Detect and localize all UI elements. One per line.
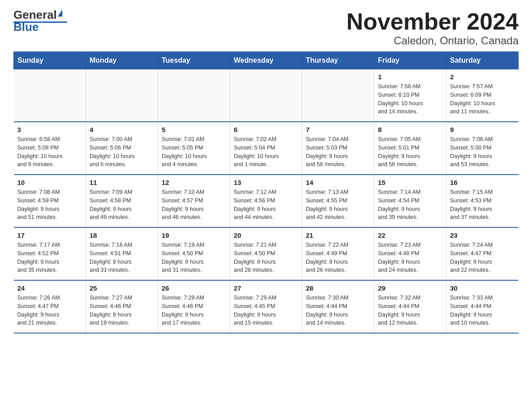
day-info: Sunrise: 7:56 AM Sunset: 6:10 PM Dayligh…: [378, 82, 442, 116]
day-cell: 28Sunrise: 7:30 AM Sunset: 4:44 PM Dayli…: [302, 280, 374, 333]
day-cell: 27Sunrise: 7:29 AM Sunset: 4:45 PM Dayli…: [230, 280, 302, 333]
week-row-2: 3Sunrise: 6:58 AM Sunset: 5:08 PM Daylig…: [14, 122, 519, 175]
day-number: 12: [162, 179, 226, 186]
day-info: Sunrise: 7:22 AM Sunset: 4:49 PM Dayligh…: [306, 241, 370, 274]
day-info: Sunrise: 7:24 AM Sunset: 4:47 PM Dayligh…: [450, 241, 515, 274]
day-number: 29: [378, 284, 442, 292]
day-cell: 13Sunrise: 7:12 AM Sunset: 4:56 PM Dayli…: [230, 175, 302, 227]
day-number: 22: [378, 231, 442, 239]
day-cell: 29Sunrise: 7:32 AM Sunset: 4:44 PM Dayli…: [374, 280, 446, 333]
day-number: 24: [17, 284, 82, 292]
day-cell: 18Sunrise: 7:18 AM Sunset: 4:51 PM Dayli…: [86, 227, 158, 280]
day-cell: 4Sunrise: 7:00 AM Sunset: 5:06 PM Daylig…: [86, 122, 158, 175]
day-number: 5: [162, 126, 226, 133]
day-number: 4: [90, 126, 154, 133]
day-number: 13: [234, 179, 298, 186]
day-number: 6: [234, 126, 298, 133]
day-number: 2: [450, 73, 515, 81]
day-info: Sunrise: 7:19 AM Sunset: 4:50 PM Dayligh…: [162, 241, 226, 274]
day-cell: 10Sunrise: 7:08 AM Sunset: 4:59 PM Dayli…: [14, 175, 86, 227]
day-cell: 5Sunrise: 7:01 AM Sunset: 5:05 PM Daylig…: [158, 122, 230, 175]
day-cell: 14Sunrise: 7:13 AM Sunset: 4:55 PM Dayli…: [302, 175, 374, 227]
day-info: Sunrise: 7:23 AM Sunset: 4:48 PM Dayligh…: [378, 241, 442, 274]
header: General Blue November 2024 Caledon, Onta…: [13, 9, 519, 47]
day-info: Sunrise: 7:28 AM Sunset: 4:46 PM Dayligh…: [162, 294, 226, 327]
day-number: 27: [234, 284, 298, 292]
day-number: 14: [306, 179, 370, 186]
day-info: Sunrise: 7:57 AM Sunset: 6:09 PM Dayligh…: [450, 82, 515, 116]
header-cell-friday: Friday: [374, 52, 446, 69]
day-number: 17: [17, 231, 82, 239]
day-cell: 30Sunrise: 7:33 AM Sunset: 4:44 PM Dayli…: [446, 280, 519, 333]
day-number: 30: [450, 284, 515, 292]
title-block: November 2024 Caledon, Ontario, Canada: [347, 9, 519, 47]
day-info: Sunrise: 7:32 AM Sunset: 4:44 PM Dayligh…: [378, 294, 442, 327]
day-cell: 12Sunrise: 7:10 AM Sunset: 4:57 PM Dayli…: [158, 175, 230, 227]
day-cell: 11Sunrise: 7:09 AM Sunset: 4:58 PM Dayli…: [86, 175, 158, 227]
day-info: Sunrise: 7:04 AM Sunset: 5:03 PM Dayligh…: [306, 135, 370, 169]
header-cell-tuesday: Tuesday: [158, 52, 230, 69]
week-row-1: 1Sunrise: 7:56 AM Sunset: 6:10 PM Daylig…: [14, 69, 519, 122]
day-info: Sunrise: 7:14 AM Sunset: 4:54 PM Dayligh…: [378, 188, 442, 222]
day-number: 3: [17, 126, 82, 133]
day-info: Sunrise: 7:05 AM Sunset: 5:01 PM Dayligh…: [378, 135, 442, 169]
day-number: 28: [306, 284, 370, 292]
logo: General Blue: [13, 9, 67, 33]
day-number: 9: [450, 126, 515, 133]
day-number: 10: [17, 179, 82, 186]
day-number: 21: [306, 231, 370, 239]
day-info: Sunrise: 7:30 AM Sunset: 4:44 PM Dayligh…: [306, 294, 370, 327]
day-number: 18: [90, 231, 154, 239]
day-info: Sunrise: 7:27 AM Sunset: 4:46 PM Dayligh…: [90, 294, 154, 327]
day-info: Sunrise: 7:29 AM Sunset: 4:45 PM Dayligh…: [234, 294, 298, 327]
day-info: Sunrise: 7:17 AM Sunset: 4:52 PM Dayligh…: [17, 241, 82, 274]
day-cell: 3Sunrise: 6:58 AM Sunset: 5:08 PM Daylig…: [14, 122, 86, 175]
day-cell: [302, 69, 374, 122]
day-cell: 8Sunrise: 7:05 AM Sunset: 5:01 PM Daylig…: [374, 122, 446, 175]
day-info: Sunrise: 7:01 AM Sunset: 5:05 PM Dayligh…: [162, 135, 226, 169]
day-cell: 7Sunrise: 7:04 AM Sunset: 5:03 PM Daylig…: [302, 122, 374, 175]
logo-general: General: [13, 9, 57, 21]
day-number: 25: [90, 284, 154, 292]
calendar-header-row: SundayMondayTuesdayWednesdayThursdayFrid…: [14, 52, 519, 69]
day-info: Sunrise: 7:21 AM Sunset: 4:50 PM Dayligh…: [234, 241, 298, 274]
day-number: 1: [378, 73, 442, 81]
day-cell: [86, 69, 158, 122]
day-cell: 2Sunrise: 7:57 AM Sunset: 6:09 PM Daylig…: [446, 69, 519, 122]
day-number: 8: [378, 126, 442, 133]
logo-triangle-icon: [58, 9, 62, 17]
day-cell: 26Sunrise: 7:28 AM Sunset: 4:46 PM Dayli…: [158, 280, 230, 333]
day-info: Sunrise: 7:06 AM Sunset: 5:00 PM Dayligh…: [450, 135, 515, 169]
day-cell: [230, 69, 302, 122]
day-cell: 19Sunrise: 7:19 AM Sunset: 4:50 PM Dayli…: [158, 227, 230, 280]
day-number: 20: [234, 231, 298, 239]
day-cell: 24Sunrise: 7:26 AM Sunset: 4:47 PM Dayli…: [14, 280, 86, 333]
day-info: Sunrise: 7:09 AM Sunset: 4:58 PM Dayligh…: [90, 188, 154, 222]
header-cell-saturday: Saturday: [446, 52, 519, 69]
day-info: Sunrise: 7:15 AM Sunset: 4:53 PM Dayligh…: [450, 188, 515, 222]
day-cell: 21Sunrise: 7:22 AM Sunset: 4:49 PM Dayli…: [302, 227, 374, 280]
calendar-table: SundayMondayTuesdayWednesdayThursdayFrid…: [13, 51, 519, 334]
day-cell: 16Sunrise: 7:15 AM Sunset: 4:53 PM Dayli…: [446, 175, 519, 227]
day-cell: 22Sunrise: 7:23 AM Sunset: 4:48 PM Dayli…: [374, 227, 446, 280]
day-number: 26: [162, 284, 226, 292]
week-row-5: 24Sunrise: 7:26 AM Sunset: 4:47 PM Dayli…: [14, 280, 519, 333]
day-info: Sunrise: 6:58 AM Sunset: 5:08 PM Dayligh…: [17, 135, 82, 169]
day-cell: 6Sunrise: 7:02 AM Sunset: 5:04 PM Daylig…: [230, 122, 302, 175]
day-info: Sunrise: 7:26 AM Sunset: 4:47 PM Dayligh…: [17, 294, 82, 327]
day-cell: 1Sunrise: 7:56 AM Sunset: 6:10 PM Daylig…: [374, 69, 446, 122]
header-cell-sunday: Sunday: [14, 52, 86, 69]
day-info: Sunrise: 7:02 AM Sunset: 5:04 PM Dayligh…: [234, 135, 298, 169]
day-info: Sunrise: 7:08 AM Sunset: 4:59 PM Dayligh…: [17, 188, 82, 222]
day-number: 23: [450, 231, 515, 239]
day-cell: 17Sunrise: 7:17 AM Sunset: 4:52 PM Dayli…: [14, 227, 86, 280]
day-number: 15: [378, 179, 442, 186]
day-cell: [14, 69, 86, 122]
day-cell: 23Sunrise: 7:24 AM Sunset: 4:47 PM Dayli…: [446, 227, 519, 280]
day-info: Sunrise: 7:10 AM Sunset: 4:57 PM Dayligh…: [162, 188, 226, 222]
day-info: Sunrise: 7:13 AM Sunset: 4:55 PM Dayligh…: [306, 188, 370, 222]
day-info: Sunrise: 7:18 AM Sunset: 4:51 PM Dayligh…: [90, 241, 154, 274]
header-cell-wednesday: Wednesday: [230, 52, 302, 69]
calendar-subtitle: Caledon, Ontario, Canada: [347, 34, 519, 47]
header-cell-monday: Monday: [86, 52, 158, 69]
